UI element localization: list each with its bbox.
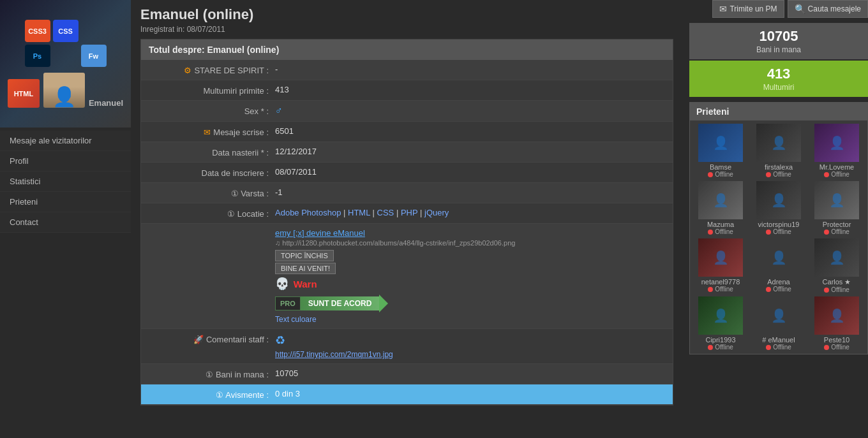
label-locatie: ① Locatie :: [147, 208, 275, 219]
status-dot-offline: [708, 172, 713, 177]
value-inscriere: 08/07/2011: [275, 167, 666, 177]
sidebar-item-contact[interactable]: Contact: [0, 212, 131, 233]
status-label: Offline: [831, 228, 849, 235]
profile-row-stare: ⚙STARE DE SPIRIT : -: [141, 60, 673, 80]
profile-row-multumiri: Multumiri primite : 413: [141, 80, 673, 101]
status-label: Offline: [715, 344, 733, 351]
logo-tile-html: HTML: [8, 79, 40, 108]
friend-avatar: 👤: [698, 296, 743, 335]
profile-card: Totul despre: Emanuel (online) ⚙STARE DE…: [140, 39, 673, 405]
friend-avatar: 👤: [814, 181, 859, 219]
top-buttons: ✉ Trimite un PM 🔍 Cauta mesajele: [689, 0, 868, 18]
friend-avatar: 👤: [756, 296, 801, 335]
refresh-icon: ♻: [275, 333, 666, 347]
friend-name: Adrena: [767, 278, 789, 286]
status-label: Offline: [831, 171, 849, 178]
location-link-css[interactable]: CSS: [377, 208, 394, 217]
friend-avatar: 👤: [814, 296, 859, 335]
friend-avatar: 👤: [756, 124, 801, 162]
friend-item[interactable]: 👤victorspinu19Offline: [751, 181, 806, 235]
right-panel: ✉ Trimite un PM 🔍 Cauta mesajele 10705 B…: [683, 0, 868, 438]
friend-item[interactable]: 👤# eManuelOffline: [751, 296, 806, 351]
label-sex: Sex * :: [147, 105, 275, 116]
friend-status: Offline: [708, 228, 733, 235]
friend-item[interactable]: 👤Carlos ★Offline: [809, 238, 864, 293]
sidebar-item-profil[interactable]: Profil: [0, 151, 131, 172]
location-link-html[interactable]: HTML: [348, 208, 370, 217]
label-nastere: Data nasterii * :: [147, 147, 275, 157]
friend-name: Peste10: [824, 336, 849, 344]
value-bani: 10705: [275, 369, 666, 378]
status-dot-offline: [824, 345, 829, 350]
status-dot-offline: [766, 287, 771, 292]
spirit-icon: ⚙: [184, 66, 191, 75]
logo-tile-fw: Fw: [81, 45, 107, 67]
status-label: Offline: [715, 228, 733, 235]
status-label: Offline: [773, 344, 791, 351]
warn-container: 💀 Warn: [275, 277, 666, 291]
friend-item[interactable]: 👤firstalexaOffline: [751, 124, 806, 178]
friend-name: netanel9778: [701, 278, 740, 286]
friend-status: Offline: [824, 344, 849, 351]
friend-status: Offline: [708, 344, 733, 351]
location-link-jquery[interactable]: jQuery: [424, 208, 449, 217]
friend-item[interactable]: 👤Mr.LovemeOffline: [809, 124, 864, 178]
friend-name: Protector: [823, 221, 851, 228]
search-messages-button[interactable]: 🔍 Cauta mesajele: [788, 0, 868, 18]
warn-text: Warn: [294, 279, 317, 289]
sidebar-item-prieteni[interactable]: Prieteni: [0, 192, 131, 212]
sidebar-item-mesaje-vizitatori[interactable]: Mesaje ale vizitatorilor: [0, 131, 131, 151]
value-avismente: 0 din 3: [275, 389, 666, 398]
label-inscriere: Data de inscriere :: [147, 167, 275, 178]
status-label: Offline: [773, 171, 791, 178]
friend-status: Offline: [766, 171, 791, 178]
label-varsta: ① Varsta :: [147, 187, 275, 198]
friend-item[interactable]: 👤BamseOffline: [693, 124, 748, 178]
friend-name: Carlos ★: [823, 278, 851, 286]
friend-item[interactable]: 👤ProtectorOffline: [809, 181, 864, 235]
comentarii-link[interactable]: http://i57.tinypic.com/2mqm1vn.jpg: [275, 350, 393, 359]
profile-row-mesaje: ✉Mesaje scrise : 6501: [141, 122, 673, 142]
friends-grid: 👤BamseOffline👤firstalexaOffline👤Mr.Lovem…: [690, 120, 867, 354]
friend-status: Offline: [766, 228, 791, 235]
acord-arrow: [379, 295, 388, 312]
friend-avatar: 👤: [698, 238, 743, 277]
label-nick: [147, 228, 275, 230]
label-stare: ⚙STARE DE SPIRIT :: [147, 64, 275, 75]
pm-button[interactable]: ✉ Trimite un PM: [712, 0, 784, 18]
profile-header: Emanuel (online) Inregistrat in: 08/07/2…: [140, 6, 673, 34]
logo-avatar: 👤: [43, 73, 85, 108]
friend-name: Mazuma: [707, 221, 734, 228]
status-dot-offline: [824, 230, 829, 235]
status-dot-offline: [766, 345, 771, 350]
friend-name: firstalexa: [765, 163, 793, 171]
profile-row-locatie: ① Locatie : Adobe Photoshop | HTML | CSS…: [141, 203, 673, 224]
location-link-php[interactable]: PHP: [401, 208, 418, 217]
friend-item[interactable]: 👤Cipri1993Offline: [693, 296, 748, 351]
profile-card-title: Totul despre: Emanuel (online): [141, 40, 673, 60]
friend-name: Mr.Loveme: [819, 163, 854, 171]
bine-ai-venit-button[interactable]: BINE AI VENIT!: [275, 263, 336, 274]
sidebar-item-statistici[interactable]: Statistici: [0, 172, 131, 192]
friend-item[interactable]: 👤Peste10Offline: [809, 296, 864, 351]
value-sex: ♂: [275, 105, 666, 117]
topic-inchis-button[interactable]: TOPIC ÎNCHIS: [275, 250, 334, 261]
logo-tile-ps: Ps: [25, 45, 50, 67]
friend-item[interactable]: 👤netanel9778Offline: [693, 238, 748, 293]
friend-status: Offline: [766, 344, 791, 351]
friend-avatar: 👤: [756, 238, 801, 277]
friend-item[interactable]: 👤AdrenaOffline: [751, 238, 806, 293]
sidebar: CSS3 CSS Ps Fw HTML 👤 Emanuel Mesaje ale…: [0, 0, 131, 438]
sep4: |: [420, 208, 424, 217]
friend-item[interactable]: 👤MazumaOffline: [693, 181, 748, 235]
friend-status: Offline: [824, 286, 849, 293]
main-content: Emanuel (online) Inregistrat in: 08/07/2…: [131, 0, 683, 438]
label-bani: ① Bani in mana :: [147, 369, 275, 379]
pro-badge: PRO SUNT DE ACORD: [275, 295, 388, 312]
location-link-photoshop[interactable]: Adobe Photoshop: [275, 208, 341, 217]
search-button-label: Cauta mesajele: [808, 4, 861, 13]
skull-icon: 💀: [275, 277, 289, 290]
friend-name: # eManuel: [762, 336, 795, 344]
friend-avatar: 👤: [698, 124, 743, 162]
status-dot-offline: [824, 172, 829, 177]
